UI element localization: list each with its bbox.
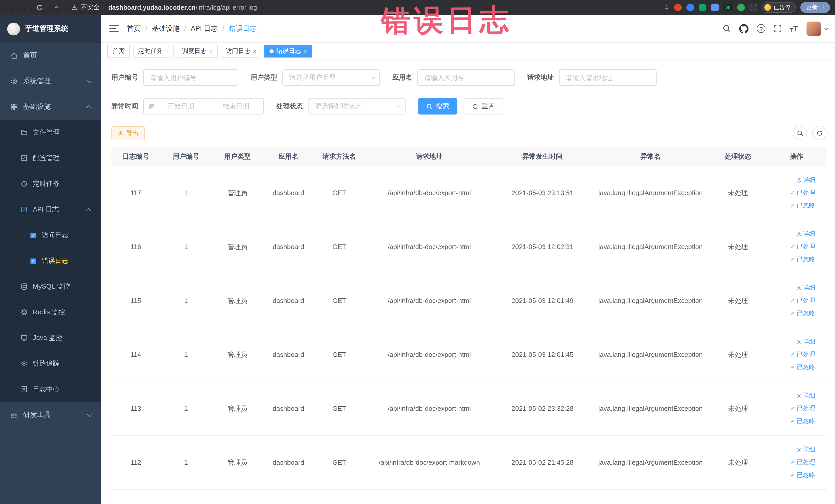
sidebar-item-system[interactable]: 系统管理 (0, 68, 101, 94)
calendar-icon: ▦ (149, 103, 155, 110)
request-url-input[interactable] (559, 69, 657, 86)
extension-icon-puzzle[interactable] (711, 4, 719, 11)
close-icon[interactable]: × (209, 48, 212, 54)
update-button[interactable]: 更新 ⋮ (800, 2, 830, 13)
user-type-select[interactable]: 请选择用户类型 (282, 69, 380, 86)
mark-processed-link[interactable]: ✓已处理 (791, 187, 815, 199)
detail-link[interactable]: ◎详细 (796, 444, 815, 456)
sidebar-item-error-log[interactable]: 错误日志 (0, 248, 101, 274)
user-menu[interactable] (806, 21, 827, 36)
sidebar-item-redis-monitor[interactable]: Redis 监控 (0, 299, 101, 325)
extension-icon-5[interactable] (737, 4, 745, 11)
cell-exception-time: 2021-05-02 23:32:28 (494, 382, 591, 436)
tab-access-log[interactable]: 访问日志 × (221, 45, 262, 58)
tab-error-log[interactable]: 错误日志 × (265, 45, 312, 58)
mark-processed-link[interactable]: ✓已处理 (791, 403, 815, 415)
document-icon (21, 386, 28, 393)
home-icon (10, 52, 18, 59)
mark-ignored-link[interactable]: ✓已忽略 (791, 200, 815, 211)
breadcrumb-item[interactable]: 基础设施 (152, 24, 180, 33)
search-button[interactable]: 搜索 (418, 98, 457, 115)
reload-icon[interactable] (36, 4, 46, 11)
user-id-input[interactable] (143, 69, 238, 86)
extension-icon-2[interactable] (686, 4, 694, 11)
mark-ignored-link[interactable]: ✓已忽略 (791, 469, 815, 481)
app-name-input[interactable] (418, 69, 515, 86)
mark-processed-link[interactable]: ✓已处理 (791, 295, 815, 306)
mark-processed-link[interactable]: ✓已处理 (791, 457, 815, 468)
date-range-picker[interactable]: ▦ 开始日期 - 结束日期 (143, 98, 264, 115)
tab-home[interactable]: 首页 (107, 45, 130, 58)
close-icon[interactable]: × (304, 48, 307, 54)
extension-icon-3[interactable] (699, 4, 707, 11)
mark-ignored-link[interactable]: ✓已忽略 (791, 308, 815, 319)
close-icon[interactable]: × (165, 48, 169, 54)
tab-schedule-log[interactable]: 调度日志 × (177, 45, 218, 58)
forward-icon[interactable]: → (21, 3, 31, 12)
mark-ignored-link[interactable]: ✓已忽略 (791, 362, 815, 373)
app-logo[interactable]: 芋道管理系统 (0, 15, 101, 43)
update-button-label: 更新 (806, 4, 818, 11)
fullscreen-icon[interactable] (774, 24, 782, 33)
sidebar-item-home[interactable]: 首页 (0, 43, 101, 68)
sidebar-item-tracing[interactable]: 链路追踪 (0, 351, 101, 377)
exception-time-label: 异常时间 (111, 102, 138, 111)
cell-method: GET (314, 166, 365, 220)
export-button[interactable]: 导出 (111, 126, 145, 140)
mark-processed-link[interactable]: ✓已处理 (791, 241, 815, 253)
back-icon[interactable]: ← (5, 3, 15, 12)
sidebar-item-java-monitor[interactable]: Java 监控 (0, 325, 101, 351)
close-icon[interactable]: × (253, 48, 257, 54)
cell-log-id: 116 (111, 220, 160, 274)
gear-icon (10, 77, 18, 85)
sidebar-item-log-center[interactable]: 日志中心 (0, 377, 101, 402)
detail-link[interactable]: ◎详细 (796, 336, 815, 348)
home-icon[interactable]: ⌂ (51, 3, 62, 12)
font-size-icon[interactable]: TT (790, 24, 798, 33)
sidebar-item-api-logs[interactable]: API 日志 (0, 197, 101, 222)
sidebar-item-infra[interactable]: 基础设施 (0, 94, 101, 120)
breadcrumb-item[interactable]: API 日志 (191, 24, 218, 33)
sidebar-item-scheduled-jobs[interactable]: 定时任务 (0, 171, 101, 197)
process-status-select[interactable]: 请选择处理状态 (308, 98, 406, 115)
screen: ← → ⌂ ⚠ 不安全 | dashboard.yudao.iocoder.cn… (0, 0, 835, 504)
mark-processed-link[interactable]: ✓已处理 (791, 349, 815, 361)
toggle-search-button[interactable] (793, 126, 807, 140)
search-icon[interactable] (722, 24, 731, 33)
paused-badge[interactable]: 已暂停 (762, 2, 796, 13)
col-exception-time: 异常发生时间 (494, 147, 591, 166)
extension-icon-on[interactable]: on (724, 4, 733, 11)
breadcrumb-item[interactable]: 首页 (127, 24, 141, 33)
bookmark-star-icon[interactable]: ☆ (664, 4, 669, 11)
col-actions: 操作 (766, 147, 827, 166)
sidebar-item-file-mgmt[interactable]: 文件管理 (0, 120, 101, 145)
extension-icon-paw[interactable] (750, 4, 757, 11)
address-bar[interactable]: ⚠ 不安全 | dashboard.yudao.iocoder.cn/infra… (72, 3, 658, 12)
extension-icon-1[interactable] (674, 4, 682, 11)
search-icon (796, 130, 803, 136)
sidebar-item-dev-tools[interactable]: 研发工具 (0, 402, 101, 428)
tab-scheduled-jobs[interactable]: 定时任务 × (133, 45, 174, 58)
github-icon[interactable] (739, 24, 749, 33)
cell-exception-time: 2021-05-03 12:01:49 (494, 274, 591, 328)
detail-link[interactable]: ◎详细 (796, 228, 815, 240)
check-icon: ✓ (791, 416, 795, 427)
detail-link[interactable]: ◎详细 (796, 390, 815, 402)
sidebar-item-label: MySQL 监控 (33, 282, 70, 291)
detail-link[interactable]: ◎详细 (796, 282, 815, 294)
sidebar-item-mysql-monitor[interactable]: MySQL 监控 (0, 274, 101, 299)
sidebar-item-config-mgmt[interactable]: 配置管理 (0, 145, 101, 171)
breadcrumb-separator: / (222, 25, 224, 32)
check-icon: ✓ (791, 469, 795, 481)
sidebar-item-access-log[interactable]: 访问日志 (0, 222, 101, 248)
help-icon[interactable]: ? (757, 24, 766, 33)
refresh-button[interactable] (812, 126, 827, 140)
table-row: 115 1 管理员 dashboard GET /api/infra/db-do… (111, 274, 827, 328)
reset-button[interactable]: 重置 (464, 98, 503, 115)
detail-link[interactable]: ◎详细 (796, 174, 815, 186)
cell-method: GET (314, 382, 365, 436)
mark-ignored-link[interactable]: ✓已忽略 (791, 416, 815, 427)
cell-exception-time: 2021-05-02 21:45:28 (494, 436, 591, 489)
hamburger-icon[interactable] (109, 25, 119, 32)
mark-ignored-link[interactable]: ✓已忽略 (791, 254, 815, 265)
